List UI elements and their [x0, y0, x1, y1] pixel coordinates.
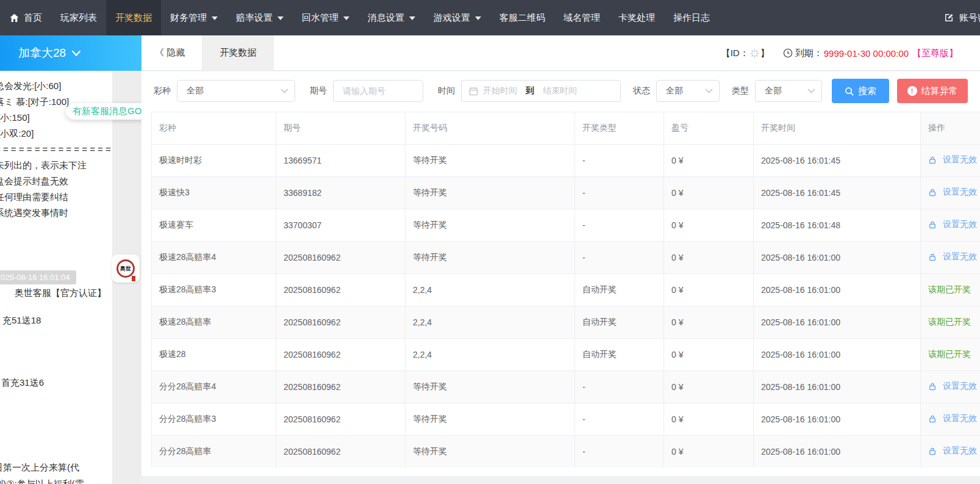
- drawn-status-text: 该期已开奖: [928, 284, 971, 294]
- nav-item-6[interactable]: 消息设置: [359, 0, 424, 35]
- cell-action: 该期已开奖: [921, 274, 980, 306]
- cell-lottery: 极速28: [152, 339, 276, 371]
- nav-item-label: 回水管理: [302, 12, 338, 24]
- hide-sidebar-button[interactable]: 《 隐藏: [155, 47, 185, 59]
- chevron-down-icon: [72, 51, 80, 56]
- cell-numbers: 等待开奖: [406, 371, 575, 403]
- nav-item-label: 卡奖处理: [618, 12, 655, 24]
- cell-time: 2025-08-16 16:01:00: [754, 306, 921, 339]
- nav-item-label: 域名管理: [563, 12, 600, 24]
- lock-icon: [928, 156, 937, 165]
- nav-item-9[interactable]: 域名管理: [554, 0, 609, 35]
- set-invalid-link[interactable]: 设置无效: [928, 413, 977, 424]
- cell-action: 该期已开奖: [921, 339, 980, 371]
- chat-rule-line: 系统遇突发事情时: [0, 205, 112, 221]
- cell-profit: 0 ¥: [664, 403, 754, 436]
- column-header-2: 开奖号码: [406, 112, 575, 145]
- set-invalid-link[interactable]: 设置无效: [928, 187, 977, 198]
- lock-icon: [928, 220, 937, 229]
- nav-item-2[interactable]: 开奖数据: [106, 0, 161, 35]
- cell-numbers: 2,2,4: [406, 306, 575, 339]
- chevron-down-icon: [281, 88, 288, 93]
- version-badge: 【至尊版】: [912, 48, 958, 59]
- cell-profit: 0 ¥: [664, 339, 754, 371]
- chevron-down-icon: [212, 16, 218, 20]
- cell-issue: 202508160962: [276, 371, 406, 403]
- cell-issue: 202508160962: [276, 242, 406, 274]
- nav-item-1[interactable]: 玩家列表: [51, 0, 106, 35]
- nav-item-10[interactable]: 卡奖处理: [609, 0, 664, 35]
- chat-rule-line: = = = = = = = = = = = = = = =: [0, 142, 112, 157]
- table-row: 极速28高赔率2025081609622,2,4自动开奖0 ¥2025-08-1…: [152, 306, 980, 339]
- nav-item-label: 玩家列表: [60, 12, 97, 24]
- lock-icon: [928, 382, 937, 391]
- issue-input[interactable]: [343, 86, 413, 96]
- cell-numbers: 等待开奖: [406, 177, 575, 209]
- end-time-placeholder[interactable]: 结束时间: [543, 85, 577, 96]
- draw-data-panel: 彩种 全部 期号 时间 开始时间 到 结束时间 状态 全部 类型 全部 搜索: [141, 71, 980, 476]
- edit-icon: [943, 12, 954, 23]
- cell-issue: 202508160962: [276, 306, 406, 339]
- cell-lottery: 极速28高赔率: [152, 306, 276, 339]
- cell-numbers: 2,2,4: [406, 274, 575, 306]
- account-menu[interactable]: 账号密码: [943, 0, 980, 35]
- start-time-placeholder[interactable]: 开始时间: [483, 85, 517, 96]
- nav-item-8[interactable]: 客服二维码: [490, 0, 554, 35]
- expire-display: 到期： 9999-01-30 00:00:00 【至尊版】: [783, 48, 958, 59]
- tab-draw-data[interactable]: 开奖数据: [202, 35, 274, 71]
- cell-draw_type: 自动开奖: [575, 339, 664, 371]
- settlement-abnormal-button[interactable]: ! 结算异常: [897, 79, 968, 103]
- set-invalid-label: 设置无效: [943, 251, 977, 262]
- cell-action: 设置无效: [921, 177, 980, 209]
- status-select[interactable]: 全部: [656, 80, 720, 102]
- chat-messages-area[interactable]: 总会发光:[小:60]落ミ 慕:[对子:100]:[小:150]:[小双:20]…: [0, 71, 112, 484]
- date-range-picker[interactable]: 开始时间 到 结束时间: [461, 80, 621, 102]
- nav-item-7[interactable]: 游戏设置: [424, 0, 490, 35]
- cell-numbers: 2,2,4: [406, 339, 575, 371]
- column-header-1: 期号: [276, 112, 406, 145]
- agent-avatar: 奥世: [112, 255, 140, 283]
- cell-lottery: 极速快3: [152, 177, 276, 209]
- chat-rule-line: 盘会提示封盘无效: [0, 173, 112, 189]
- cell-action: 设置无效: [921, 242, 980, 274]
- page-subheader: 《 隐藏 开奖数据 【ID： 】 到期： 9999-0: [141, 35, 980, 71]
- search-button[interactable]: 搜索: [832, 79, 889, 103]
- cell-action: 设置无效: [921, 209, 980, 242]
- nav-item-5[interactable]: 回水管理: [293, 0, 359, 35]
- set-invalid-link[interactable]: 设置无效: [928, 219, 977, 230]
- nav-item-3[interactable]: 财务管理: [161, 0, 227, 35]
- set-invalid-label: 设置无效: [943, 154, 977, 165]
- cell-issue: 13669571: [276, 145, 406, 177]
- cell-action: 设置无效: [921, 145, 980, 177]
- set-invalid-link[interactable]: 设置无效: [928, 154, 977, 165]
- chat-sidebar: 加拿大28 总会发光:[小:60]落ミ 慕:[对子:100]:[小:150]:[…: [0, 35, 141, 484]
- chat-rule-line: 任何理由需要纠结: [0, 189, 112, 205]
- chat-rule-line: :[小双:20]: [0, 126, 112, 142]
- set-invalid-link[interactable]: 设置无效: [928, 251, 977, 262]
- table-row: 极速赛车33700307等待开奖-0 ¥2025-08-16 16:01:48设…: [152, 209, 980, 242]
- drawn-status-text: 该期已开奖: [928, 317, 971, 327]
- cell-draw_type: -: [575, 242, 664, 274]
- chat-timestamp: 2025-08-16 16:01:04: [0, 270, 76, 284]
- cell-action: 该期已开奖: [921, 306, 980, 339]
- table-row: 分分28高赔率3202508160962等待开奖-0 ¥2025-08-16 1…: [152, 403, 980, 436]
- lock-icon: [928, 188, 937, 197]
- lottery-select[interactable]: 全部: [177, 80, 295, 102]
- draw-data-table: 彩种期号开奖号码开奖类型盈亏开奖时间操作 极速时时彩13669571等待开奖-0…: [151, 112, 980, 468]
- set-invalid-link[interactable]: 设置无效: [928, 446, 977, 457]
- set-invalid-label: 设置无效: [943, 446, 977, 457]
- cell-numbers: 等待开奖: [406, 403, 575, 436]
- nav-item-4[interactable]: 赔率设置: [227, 0, 293, 35]
- new-message-notification[interactable]: 有新客服消息GO: [66, 103, 141, 120]
- type-select[interactable]: 全部: [755, 80, 822, 102]
- id-display: 【ID： 】: [721, 48, 770, 59]
- table-row: 分分28高赔率202508160962等待开奖-0 ¥2025-08-16 16…: [152, 436, 980, 468]
- chevron-down-icon: [705, 88, 713, 93]
- nav-item-11[interactable]: 操作日志: [664, 0, 719, 35]
- chat-agent-name: 奥世客服【官方认证】: [15, 287, 106, 299]
- game-selector[interactable]: 加拿大28: [0, 35, 141, 71]
- nav-item-0[interactable]: 首页: [0, 0, 51, 35]
- cell-time: 2025-08-16 16:01:00: [754, 371, 921, 403]
- chat-message: 充51送18: [2, 315, 41, 327]
- set-invalid-link[interactable]: 设置无效: [928, 381, 977, 392]
